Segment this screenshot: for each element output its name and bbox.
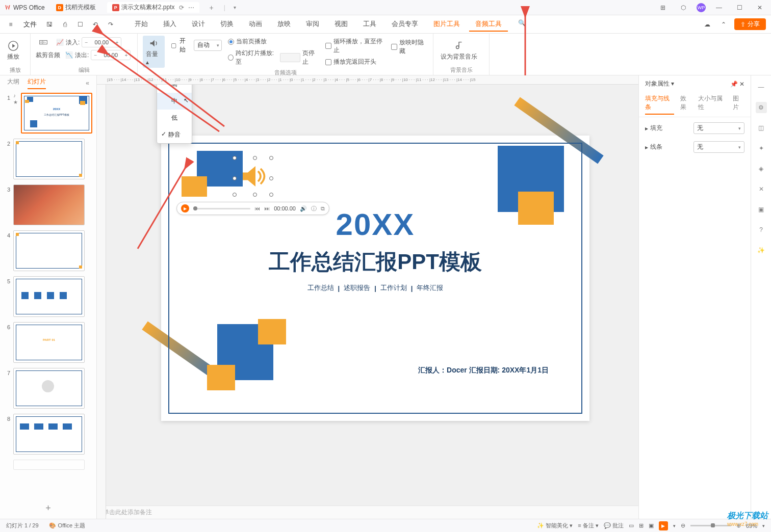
notes-bar[interactable]: 单击此处添加备注: [97, 506, 638, 519]
pin-icon[interactable]: 📌: [730, 81, 738, 88]
menu-tab-view[interactable]: 视图: [328, 17, 354, 32]
slide-thumbnail-7[interactable]: [13, 368, 85, 409]
check-loop[interactable]: 循环播放，直至停止: [325, 37, 385, 55]
audio-vol-icon[interactable]: 🔊: [300, 205, 307, 212]
menu-tab-tools[interactable]: 工具: [357, 17, 382, 32]
panel-collapse-icon[interactable]: «: [86, 79, 89, 87]
slides-tab[interactable]: 幻灯片: [28, 77, 46, 89]
sidebar-collapse-icon[interactable]: —: [756, 82, 767, 93]
outline-tab[interactable]: 大纲: [7, 77, 19, 89]
prop-tab-picture[interactable]: 图片: [733, 94, 744, 115]
sidebar-help-icon[interactable]: ?: [756, 224, 767, 235]
fade-in-spinner[interactable]: −00.00+: [82, 37, 121, 47]
sidebar-templates-icon[interactable]: ◈: [756, 163, 767, 174]
fade-out-spinner[interactable]: −00.00+: [91, 50, 131, 60]
bg-music-button[interactable]: 设为背景音乐: [439, 39, 479, 62]
zoom-slider[interactable]: [690, 525, 731, 526]
redo-icon[interactable]: ↷: [105, 19, 116, 30]
close-panel-icon[interactable]: ✕: [739, 81, 744, 88]
undo-icon[interactable]: ↶: [90, 19, 101, 30]
maximize-button[interactable]: ☐: [732, 4, 747, 11]
menu-tab-picture-tools[interactable]: 图片工具: [427, 17, 466, 32]
menu-tab-audio-tools[interactable]: 音频工具: [469, 17, 508, 32]
smart-beautify-button[interactable]: ✨ 智能美化 ▾: [537, 522, 573, 529]
theme-label[interactable]: 🎨 Office 主题: [49, 522, 86, 529]
sidebar-tools-icon[interactable]: ✕: [756, 183, 767, 195]
view-sorter-icon[interactable]: ⊞: [639, 522, 644, 529]
fill-label[interactable]: ▸ 填充: [645, 124, 662, 132]
sidebar-properties-icon[interactable]: ⚙: [756, 102, 767, 113]
comments-button[interactable]: 💬 批注: [604, 522, 624, 529]
volume-option-low[interactable]: 低: [157, 110, 192, 126]
tab-template[interactable]: D 找稻壳模板: [51, 2, 101, 13]
share-button[interactable]: ⇪ 分享: [734, 18, 766, 30]
slide-thumbnail-1[interactable]: 20XX 工作总结汇报PPT模板: [21, 93, 92, 134]
new-tab-button[interactable]: +: [205, 4, 218, 12]
slide-thumbnail-2[interactable]: [13, 139, 85, 179]
menu-tab-insert[interactable]: 插入: [157, 17, 183, 32]
hamburger-icon[interactable]: ≡: [5, 19, 16, 30]
menu-tab-slideshow[interactable]: 放映: [271, 17, 297, 32]
radio-cross-slides[interactable]: 跨幻灯片播放: 至页停止: [228, 49, 320, 66]
menu-tab-transition[interactable]: 切换: [214, 17, 240, 32]
audio-next-icon[interactable]: ⏭: [264, 205, 270, 211]
add-slide-button[interactable]: +: [0, 498, 96, 519]
volume-button[interactable]: 音量 ▴: [143, 36, 165, 68]
menu-tab-review[interactable]: 审阅: [300, 17, 325, 32]
view-reading-icon[interactable]: ▣: [649, 522, 654, 529]
audio-track[interactable]: [193, 208, 250, 209]
preview-icon[interactable]: ☐: [74, 19, 86, 30]
collapse-ribbon-icon[interactable]: ⌃: [718, 19, 729, 30]
line-select[interactable]: 无▾: [693, 141, 744, 153]
audio-playbar[interactable]: ▶ ⏮ ⏭ 00:00.00 🔊 ⓘ ⧉: [176, 202, 329, 215]
slide-canvas[interactable]: 20XX 工作总结汇报PPT模板 工作总结| 述职报告| 工作计划| 年终汇报 …: [161, 136, 589, 421]
line-label[interactable]: ▸ 线条: [645, 143, 662, 151]
tab-document[interactable]: P 演示文稿素材2.pptx ⟳ ⋯: [107, 2, 199, 13]
play-button[interactable]: 播放: [5, 39, 21, 62]
radio-current-page[interactable]: 当前页播放: [228, 37, 320, 46]
audio-object[interactable]: [238, 161, 268, 192]
notes-button[interactable]: ≡ 备注 ▾: [578, 522, 599, 529]
prop-tab-fill[interactable]: 填充与线条: [645, 94, 674, 115]
prop-tab-effects[interactable]: 效果: [680, 94, 692, 115]
cloud-icon[interactable]: ☁: [702, 19, 713, 30]
sidebar-shapes-icon[interactable]: ◫: [756, 122, 767, 134]
avatar[interactable]: WP: [697, 3, 706, 12]
slide-thumbnail-6[interactable]: PART 01: [13, 322, 85, 363]
slide-thumbnail-4[interactable]: [13, 230, 85, 271]
menu-tab-animation[interactable]: 动画: [243, 17, 268, 32]
slide-thumbnail-more[interactable]: [13, 460, 85, 470]
tab-menu-icon[interactable]: ⋯: [188, 4, 194, 11]
search-icon[interactable]: 🔍: [516, 17, 527, 29]
cube-icon[interactable]: ⬡: [676, 4, 690, 11]
volume-option-mute[interactable]: 静音: [157, 126, 192, 143]
volume-option-high[interactable]: 高: [157, 85, 192, 93]
audio-expand-icon[interactable]: ⧉: [321, 205, 325, 212]
slide-thumbnail-8[interactable]: [13, 414, 85, 455]
prop-tab-size[interactable]: 大小与属性: [698, 94, 727, 115]
crop-audio-button[interactable]: [36, 36, 51, 49]
check-rewind[interactable]: 播放完返回开头: [325, 58, 385, 66]
grid-icon[interactable]: ⊞: [656, 4, 670, 11]
start-combo[interactable]: 自动▾: [194, 40, 221, 51]
audio-info-icon[interactable]: ⓘ: [311, 205, 317, 212]
slideshow-dropdown[interactable]: ▾: [673, 523, 676, 528]
check-hide[interactable]: 放映时隐藏: [391, 38, 428, 56]
sidebar-preview-icon[interactable]: ▣: [756, 204, 767, 215]
slideshow-button[interactable]: ▶: [659, 521, 668, 530]
slide-thumbnail-5[interactable]: [13, 276, 85, 317]
audio-prev-icon[interactable]: ⏮: [254, 205, 260, 211]
save-icon[interactable]: 🖫: [44, 19, 55, 30]
print-icon[interactable]: ⎙: [59, 19, 70, 30]
file-menu[interactable]: 文件: [20, 19, 40, 30]
sidebar-ai-icon[interactable]: ✨: [756, 245, 767, 256]
menu-tab-start[interactable]: 开始: [128, 17, 154, 32]
minimize-button[interactable]: —: [712, 4, 726, 11]
audio-play-icon[interactable]: ▶: [181, 204, 189, 212]
tab-dropdown-icon[interactable]: ▾: [232, 5, 238, 10]
view-normal-icon[interactable]: ▭: [629, 522, 634, 529]
sidebar-animation-icon[interactable]: ✦: [756, 143, 767, 154]
volume-option-medium[interactable]: 中↖: [157, 93, 192, 110]
zoom-out-button[interactable]: ⊖: [681, 522, 685, 529]
cross-pages-input[interactable]: [280, 53, 300, 62]
